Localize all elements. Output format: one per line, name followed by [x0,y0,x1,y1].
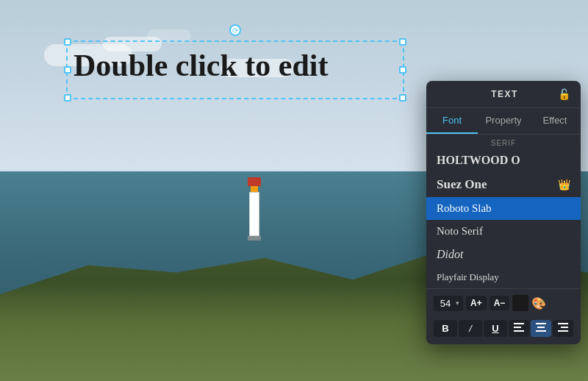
size-up-button[interactable]: A+ [466,296,487,310]
color-picker[interactable] [512,295,528,311]
handle-middle-right[interactable] [399,66,406,74]
lighthouse-light [251,186,258,192]
size-box: 54 ▾ [434,296,463,311]
align-center-button[interactable] [531,320,551,337]
svg-rect-4 [537,327,545,328]
bold-button[interactable]: B [434,320,457,337]
lock-icon[interactable]: 🔓 [558,88,570,100]
svg-rect-6 [558,323,568,324]
align-left-button[interactable] [509,320,529,337]
font-name-didot: Didot [437,248,463,261]
font-group-label: SERIF [426,135,581,149]
svg-rect-0 [514,323,524,324]
font-section: SERIF HOLTWOOD O Suez One 👑 Roboto Slab … [426,135,581,288]
font-name-holtwood: HOLTWOOD O [437,154,520,167]
lighthouse-body [249,192,259,236]
handle-bottom-right[interactable] [399,94,406,102]
italic-button[interactable]: / [459,320,482,337]
font-list: HOLTWOOD O Suez One 👑 Roboto Slab Noto S… [426,149,581,288]
font-item-roboto[interactable]: Roboto Slab [426,197,581,220]
palette-icon[interactable]: 🎨 [531,296,546,310]
align-right-button[interactable] [553,320,573,337]
tab-effect[interactable]: Effect [529,108,581,134]
handle-bottom-left[interactable] [64,94,71,102]
rotate-handle[interactable]: ⟳ [229,24,241,36]
size-down-button[interactable]: A− [490,296,510,310]
font-toolbar: 54 ▾ A+ A− 🎨 [426,288,581,317]
handle-top-right[interactable] [399,38,406,46]
lighthouse-base [248,236,261,241]
handle-middle-left[interactable] [64,66,71,74]
svg-rect-8 [558,330,568,332]
svg-rect-2 [514,330,524,332]
font-item-playfair[interactable]: Playfair Display [426,266,581,288]
font-item-didot[interactable]: Didot [426,243,581,266]
font-name-suez: Suez One [437,177,487,192]
lighthouse-top [248,177,261,186]
panel-title: TEXT [451,89,558,99]
svg-rect-7 [561,327,568,328]
format-toolbar: B / U [426,317,581,344]
font-item-holtwood[interactable]: HOLTWOOD O [426,149,581,172]
font-item-noto[interactable]: Noto Serif [426,220,581,243]
font-name-noto: Noto Serif [437,225,483,238]
font-name-playfair: Playfair Display [437,271,499,283]
svg-rect-1 [514,327,521,328]
text-panel: TEXT 🔓 Font Property Effect SERIF HOLTWO… [426,81,581,344]
chevron-down-icon[interactable]: ▾ [456,299,459,307]
panel-tabs: Font Property Effect [426,108,581,135]
svg-rect-5 [536,330,546,332]
font-size-value: 54 [437,298,453,309]
svg-rect-3 [536,323,546,324]
tab-property[interactable]: Property [478,108,529,134]
crown-icon: 👑 [558,179,570,191]
lighthouse [247,177,262,236]
text-element[interactable]: Double click to edit [74,48,328,83]
cloud-4 [147,29,191,43]
tab-font[interactable]: Font [426,108,478,134]
font-item-suez[interactable]: Suez One 👑 [426,172,581,197]
font-name-roboto: Roboto Slab [437,202,492,215]
panel-header: TEXT 🔓 [426,81,581,108]
underline-button[interactable]: U [484,320,507,337]
